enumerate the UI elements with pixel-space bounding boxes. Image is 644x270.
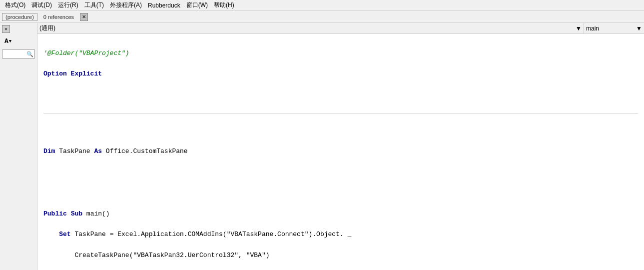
code-line-7 [43,188,638,198]
set-taskpane: TaskPane = Excel.Application.COMAddIns("… [71,230,352,238]
search-icon: 🔍 [26,51,33,58]
code-line-10: CreateTaskPane("VBATaskPan32.UerControl3… [43,250,638,261]
code-line-1: '@Folder("VBAProject") [43,48,638,59]
code-line-9: Set TaskPane = Excel.Application.COMAddI… [43,230,638,240]
sub-main-name: main() [82,210,110,218]
code-line-3 [43,90,638,100]
comment-folder: '@Folder("VBAProject") [43,50,129,57]
menu-debug[interactable]: 调试(D) [28,0,55,10]
code-line-8: Public Sub main() [43,209,638,220]
kw-as: As [94,148,102,155]
kw-dim: Dim [43,148,55,155]
menu-help[interactable]: 帮助(H) [211,0,237,10]
editor-header: (通用) (通用) ▼ main ▼ [37,23,644,34]
kw-sub: Sub [71,210,82,218]
menu-window[interactable]: 窗口(W) [183,0,211,10]
menu-format[interactable]: 格式(O) [2,0,28,10]
code-line-5: Dim TaskPane As Office.CustomTaskPane [43,146,638,157]
var-taskpane-decl: TaskPane [55,148,94,155]
sidebar-close-button[interactable]: ✕ [2,25,10,33]
menubar: 格式(O) 调试(D) 运行(R) 工具(T) 外接程序(A) Rubberdu… [0,0,644,11]
context-dropdown-arrow: (通用) ▼ [576,25,582,32]
close-references-button[interactable]: ✕ [80,13,88,21]
sidebar: ✕ A ▼ 🔍 [0,23,37,270]
kw-option: Option Explicit [43,70,102,78]
sidebar-search-box[interactable]: 🔍 [2,50,35,58]
menu-rubberduck[interactable]: Rubberduck [145,1,183,10]
code-line-4 [43,126,638,136]
type-taskpane: Office.CustomTaskPane [102,148,188,155]
code-editor[interactable]: '@Folder("VBAProject") Option Explicit D… [37,34,644,270]
create-taskpane: CreateTaskPane("VBATaskPan32.UerControl3… [74,252,269,259]
kw-set: Set [59,230,70,238]
kw-public: Public [43,210,67,218]
menu-tools[interactable]: 工具(T) [81,0,107,10]
toolbar: (procedure) 0 references ✕ [0,11,644,23]
code-line-2: Option Explicit [43,69,638,80]
font-size-button[interactable]: A ▼ [2,36,35,46]
editor-area: (通用) (通用) ▼ main ▼ '@Folder("VBAProject"… [37,23,644,270]
procedure-label: (procedure) [2,13,37,21]
space1 [67,210,71,218]
context-dropdown-value: (通用) [39,24,55,32]
code-section-divider [43,113,638,114]
font-dropdown-arrow: ▼ [9,39,11,44]
font-label: A [4,38,8,45]
main-area: ✕ A ▼ 🔍 (通用) (通用) ▼ main ▼ [0,23,644,270]
references-button[interactable]: 0 references [39,14,78,20]
menu-run[interactable]: 运行(R) [55,0,81,10]
sidebar-search-input[interactable] [3,51,26,57]
code-line-6 [43,168,638,178]
context-dropdown[interactable]: (通用) (通用) ▼ [37,23,584,34]
menu-addins[interactable]: 外接程序(A) [107,0,145,10]
